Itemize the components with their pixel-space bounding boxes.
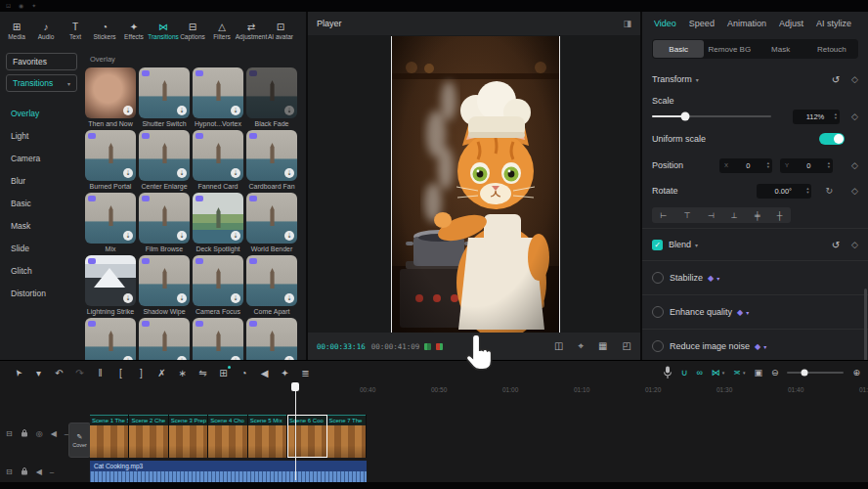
- category-item[interactable]: Glitch: [0, 259, 83, 282]
- hide-track-icon[interactable]: ◎: [36, 429, 43, 438]
- track-collapse-icon[interactable]: ⊟: [6, 429, 13, 438]
- chevron-down-icon[interactable]: ▾: [695, 242, 698, 248]
- sidebar-transitions-dropdown[interactable]: Transitions ▾: [6, 74, 77, 92]
- keyframe-diamond-icon[interactable]: ◇: [851, 240, 858, 249]
- keyframe-diamond-icon[interactable]: ◇: [851, 74, 858, 84]
- keyframe-icon[interactable]: ✦: [275, 368, 295, 378]
- transition-thumbnail[interactable]: ⇣: [139, 255, 190, 306]
- transition-thumbnail[interactable]: ⇣: [85, 67, 136, 118]
- chevron-down-icon[interactable]: ▾: [746, 309, 749, 316]
- inspector-tab[interactable]: Speed: [689, 19, 715, 28]
- video-clip[interactable]: Scene 2 Che: [129, 415, 168, 458]
- rotate-value-field[interactable]: 0.00° ▴▾: [757, 184, 811, 199]
- inspector-subtab[interactable]: Mask: [756, 40, 806, 58]
- volume-icon[interactable]: ◀: [254, 368, 275, 378]
- transition-item[interactable]: ⇣ Shadow Wipe: [139, 255, 190, 318]
- transition-item[interactable]: ⇣ Come Apart: [246, 255, 297, 318]
- inspector-subtab[interactable]: Basic: [653, 40, 704, 58]
- playhead-handle[interactable]: [291, 382, 299, 391]
- ribbon-tab[interactable]: ◔ Stickers: [90, 12, 119, 49]
- undo-icon[interactable]: ↶: [49, 368, 69, 378]
- transition-thumbnail[interactable]: ⇣: [246, 255, 297, 306]
- speed-icon[interactable]: ◔: [234, 368, 254, 378]
- scrollbar[interactable]: [864, 289, 867, 360]
- transition-item[interactable]: ⇣: [85, 318, 136, 360]
- cover-button[interactable]: ✎ Cover: [68, 422, 91, 458]
- category-item[interactable]: Camera: [0, 147, 83, 169]
- mic-icon[interactable]: [663, 366, 673, 379]
- transition-thumbnail[interactable]: ⇣: [246, 193, 297, 244]
- transition-item[interactable]: ⇣ World Bender: [246, 193, 297, 255]
- align-hcenter-icon[interactable]: ╪: [755, 211, 760, 220]
- ribbon-tab[interactable]: ⊟ Captions: [178, 12, 207, 49]
- transition-item[interactable]: ⇣ Fanned Card: [193, 130, 243, 193]
- keyframe-diamond-icon[interactable]: ◇: [851, 160, 858, 170]
- lock-icon[interactable]: [21, 467, 28, 477]
- ribbon-tab[interactable]: △ Filters: [207, 12, 237, 49]
- tool-caret-icon[interactable]: ▾: [28, 368, 49, 378]
- transition-item[interactable]: ⇣ Mix: [85, 193, 136, 255]
- transition-thumbnail[interactable]: ⇣: [139, 193, 190, 244]
- transition-thumbnail[interactable]: ⇣: [246, 130, 297, 181]
- chevron-down-icon[interactable]: ▾: [763, 343, 766, 350]
- crop-icon[interactable]: ⊞: [213, 368, 234, 378]
- transition-item[interactable]: ⇣ Black Fade: [246, 67, 297, 130]
- ribbon-tab[interactable]: ⊞ Media: [2, 12, 31, 49]
- keyframe-diamond-icon[interactable]: ◇: [851, 186, 858, 196]
- position-x-field[interactable]: X 0 ▴▾: [719, 158, 772, 173]
- timeline-zoom-slider[interactable]: [787, 372, 844, 374]
- delete-right-icon[interactable]: ]: [131, 368, 152, 378]
- player-display-settings-icon[interactable]: ◨: [623, 19, 631, 28]
- zoom-out-icon[interactable]: ⊖: [771, 368, 779, 378]
- reset-icon[interactable]: ↺: [832, 74, 840, 85]
- align-left-icon[interactable]: ⊢: [661, 211, 668, 220]
- extract-audio-icon[interactable]: ≣: [295, 368, 316, 378]
- uniform-scale-toggle[interactable]: [819, 133, 845, 145]
- align-right-icon[interactable]: ⊣: [708, 211, 715, 220]
- transition-thumbnail[interactable]: ⇣: [246, 318, 297, 360]
- ribbon-tab[interactable]: ⋈ Transitions: [149, 12, 178, 49]
- chevron-down-icon[interactable]: ▾: [716, 275, 719, 282]
- scale-slider-thumb[interactable]: [681, 112, 690, 121]
- snap-toggle-icon[interactable]: ⋈ ▾: [712, 368, 725, 378]
- redo-icon[interactable]: ↷: [69, 368, 90, 378]
- preview-window-icon[interactable]: ▣: [754, 368, 762, 378]
- transition-thumbnail[interactable]: ⇣: [193, 130, 243, 181]
- transition-item[interactable]: ⇣ Deck Spotlight: [193, 193, 243, 255]
- category-item[interactable]: Light: [0, 124, 83, 147]
- transition-thumbnail[interactable]: ⇣: [139, 318, 190, 360]
- blend-checkbox[interactable]: ✓: [652, 240, 663, 250]
- rotate-dial-icon[interactable]: ↻: [825, 186, 833, 196]
- position-y-field[interactable]: Y 0 ▴▾: [780, 158, 833, 173]
- track-more-icon[interactable]: –: [50, 467, 54, 476]
- fullscreen-icon[interactable]: ◰: [623, 340, 631, 352]
- ribbon-tab[interactable]: ✦ Effects: [119, 12, 149, 49]
- transition-item[interactable]: ⇣: [193, 318, 243, 360]
- stepper-arrows[interactable]: ▴▾: [806, 187, 808, 195]
- category-item[interactable]: Distortion: [0, 282, 83, 304]
- ribbon-tab[interactable]: ⇄ Adjustment: [237, 12, 266, 49]
- select-tool-icon[interactable]: ➤: [8, 362, 27, 384]
- transition-thumbnail[interactable]: ⇣: [139, 67, 190, 118]
- inspector-subtab[interactable]: Remove BG: [704, 40, 755, 58]
- feature-checkbox[interactable]: [652, 340, 664, 352]
- transition-thumbnail[interactable]: ⇣: [85, 130, 136, 181]
- delete-left-icon[interactable]: [: [110, 368, 131, 378]
- align-bottom-icon[interactable]: ┼: [777, 211, 783, 220]
- snapshot-icon[interactable]: ⌖: [578, 340, 584, 352]
- magnet-toggle-icon[interactable]: ∪: [681, 368, 688, 378]
- category-item[interactable]: Overlay: [0, 102, 83, 124]
- mute-track-icon[interactable]: ◀: [36, 467, 42, 476]
- mirror-icon[interactable]: ⇋: [193, 368, 213, 378]
- track-collapse-icon[interactable]: ⊟: [6, 467, 13, 476]
- category-item[interactable]: Blur: [0, 169, 83, 192]
- transition-thumbnail[interactable]: ⇣: [193, 193, 243, 244]
- video-clip[interactable]: Scene 1 The S: [90, 415, 129, 458]
- keyframe-diamond-icon[interactable]: ◇: [851, 111, 858, 121]
- ribbon-tab[interactable]: ⊡ AI avatar: [266, 12, 295, 49]
- category-item[interactable]: Basic: [0, 192, 83, 214]
- transition-thumbnail[interactable]: ⇣: [193, 255, 243, 306]
- delete-icon[interactable]: ✗: [152, 368, 172, 378]
- scale-slider[interactable]: [652, 115, 771, 117]
- align-vcenter-icon[interactable]: ⊤: [684, 211, 691, 220]
